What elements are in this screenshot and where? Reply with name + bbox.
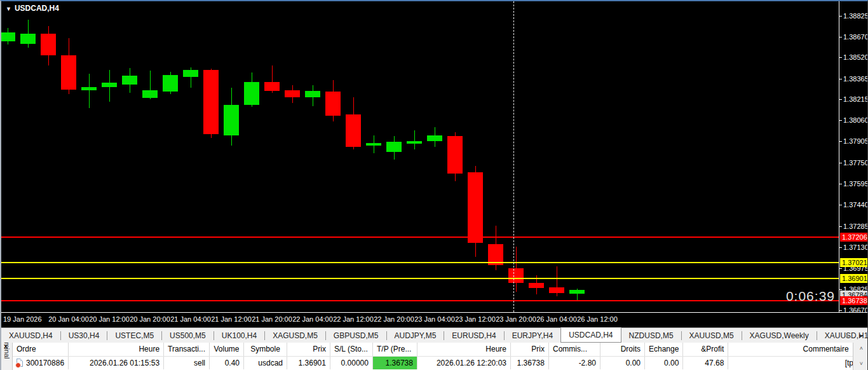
candle-body [122, 76, 137, 85]
candle-body [41, 34, 56, 55]
y-tick-mark [839, 184, 842, 184]
tab-gbpusd-m5[interactable]: GBPUSD,M5 [326, 328, 386, 343]
order-cell--profit: 47.68 [683, 356, 728, 369]
candle-body [142, 90, 158, 99]
tab-xauusd-h4[interactable]: XAUUSD,H4 [1, 328, 60, 343]
x-tick-label: 19 Jan 2026 [3, 315, 42, 323]
price-axis-badge: 1.36738 [840, 296, 868, 305]
y-tick-label: 1.37905 [843, 137, 868, 145]
x-tick-label: 22 Jan 20:00 [374, 315, 414, 323]
column-header-commis-[interactable]: Commis... [548, 343, 600, 356]
y-tick-label: 1.38365 [843, 75, 868, 83]
column-header-prix-close[interactable]: Prix [510, 343, 548, 356]
tab-us500-m5[interactable]: US500,M5 [162, 328, 214, 343]
horizontal-level-line[interactable] [1, 300, 839, 301]
x-tick-label: 23 Jan 04:00 [414, 315, 455, 323]
candle-body [549, 287, 564, 294]
column-header-heure[interactable]: Heure [69, 343, 164, 356]
y-tick-mark [839, 163, 842, 163]
y-tick-mark [839, 310, 842, 311]
tab-xagusd-m5[interactable]: XAGUSD,M5 [265, 328, 325, 343]
candle-body [325, 92, 341, 116]
x-tick-label: 21 Jan 12:00 [211, 315, 252, 323]
column-header-s-l-sto-[interactable]: S/L (Sto... [330, 343, 372, 356]
horizontal-level-line[interactable] [1, 236, 839, 238]
candle-body [61, 55, 76, 90]
period-separator-line [513, 1, 514, 312]
time-axis[interactable]: 19 Jan 202620 Jan 04:0020 Jan 12:0020 Ja… [1, 312, 868, 327]
candle-body [183, 70, 198, 77]
tab-audjpy-m5[interactable]: AUDJPY,M5 [387, 328, 444, 343]
candle-body [102, 83, 117, 87]
terminal-scrollbar[interactable]: ˄ ˅ [853, 343, 868, 370]
column-header-heure-close[interactable]: Heure [417, 343, 510, 356]
tabs-scroll-left-icon[interactable]: ◄ [844, 332, 850, 339]
y-tick-mark [839, 99, 842, 100]
y-tick-label: 1.38670 [843, 33, 868, 41]
price-axis-badge: 1.37206 [840, 233, 868, 242]
tab-eurusd-h4[interactable]: EURUSD,H4 [444, 328, 503, 343]
y-tick-mark [839, 120, 842, 121]
chart-title[interactable]: ▼USDCAD,H4 [6, 4, 59, 13]
column-header-t-p-pre-[interactable]: T/P (Pre... [372, 343, 417, 356]
y-tick-mark [839, 16, 842, 17]
column-header-echange[interactable]: Echange [644, 343, 682, 356]
order-number: 300170886 [26, 359, 64, 367]
tab-xauusd-m5[interactable]: XAUUSD,M5 [682, 328, 742, 343]
order-cell-heure: 2026.01.26 01:15:53 [69, 356, 164, 369]
column-header-ordre[interactable]: Ordre [13, 343, 69, 356]
column-header-symbole[interactable]: Symbole [243, 343, 287, 356]
order-cell-t-p-pre-: 1.36738 [372, 356, 417, 369]
y-tick-label: 1.37440 [843, 201, 868, 209]
column-header--profit[interactable]: &Profit [683, 343, 728, 356]
tab-eurjpy-h4[interactable]: EURJPY,H4 [505, 328, 560, 343]
candle-countdown-timer: 0:06:39 [786, 289, 835, 304]
order-cell-commentaire: [tp] [728, 356, 860, 369]
x-tick-label: 26 Jan 12:00 [577, 315, 618, 323]
tab-uk100-h4[interactable]: UK100,H4 [214, 328, 264, 343]
mt5-window: ▼USDCAD,H4 0:06:39 1.372061.370211.36901… [0, 0, 868, 370]
order-cell-commis-: -2.80 [548, 356, 600, 369]
x-tick-label: 20 Jan 12:00 [89, 315, 130, 323]
order-cell-volume: 0.40 [209, 356, 243, 369]
column-header-volume[interactable]: Volume [209, 343, 243, 356]
y-tick-mark [839, 268, 842, 269]
candle-body [81, 87, 97, 90]
x-tick-label: 21 Jan 20:00 [252, 315, 292, 323]
horizontal-level-line[interactable] [1, 278, 839, 279]
tabs-scroll-right-icon[interactable]: ► [858, 332, 864, 339]
y-tick-label: 1.38215 [843, 95, 868, 103]
candle-wick [414, 130, 415, 150]
x-tick-label: 20 Jan 20:00 [130, 315, 170, 323]
chart-symbol-period: USDCAD,H4 [15, 4, 59, 13]
column-header-prix[interactable]: Prix [287, 343, 330, 356]
tab-usdcad-h4[interactable]: USDCAD,H4 [560, 327, 621, 343]
y-tick-label: 1.38520 [843, 53, 868, 61]
y-tick-mark [839, 79, 842, 79]
price-axis[interactable]: 1.372061.370211.369011.367841.367381.388… [839, 1, 868, 312]
candle-body [224, 105, 239, 135]
chart-tab-bar: XAUUSD,H4US30,H4USTEC,M5US500,M5UK100,H4… [1, 327, 868, 343]
tab-scroll-buttons: ◄ ► [844, 328, 867, 343]
column-header-transacti-[interactable]: Transacti... [164, 343, 210, 356]
candle-body [468, 172, 483, 243]
scroll-down-icon[interactable]: ˅ [855, 359, 867, 369]
column-header-droits[interactable]: Droits [600, 343, 644, 356]
order-row[interactable]: 3001708862026.01.26 01:15:53sell0.40usdc… [13, 356, 860, 369]
y-tick-mark [839, 141, 842, 142]
candle-body [346, 114, 361, 147]
candle-body [244, 82, 259, 105]
scroll-up-icon[interactable]: ˄ [855, 343, 867, 354]
horizontal-level-line[interactable] [1, 262, 839, 263]
tab-ustec-m5[interactable]: USTEC,M5 [107, 328, 161, 343]
terminal-panel-label: Terminal [3, 343, 11, 359]
table-header-row: OrdreHeureTransacti...VolumeSymbolePrixS… [13, 343, 860, 356]
column-header-commentaire[interactable]: Commentaire/ [728, 343, 860, 356]
tab-xagusd-weekly[interactable]: XAGUSD,Weekly [742, 328, 817, 343]
candle-body [366, 143, 381, 146]
x-tick-label: 20 Jan 04:00 [48, 315, 89, 323]
tab-nzdusd-m5[interactable]: NZDUSD,M5 [621, 328, 681, 343]
chart-plot-area[interactable]: ▼USDCAD,H4 0:06:39 [1, 1, 839, 312]
tab-us30-h4[interactable]: US30,H4 [61, 328, 107, 343]
y-tick-label: 1.37285 [843, 223, 868, 230]
